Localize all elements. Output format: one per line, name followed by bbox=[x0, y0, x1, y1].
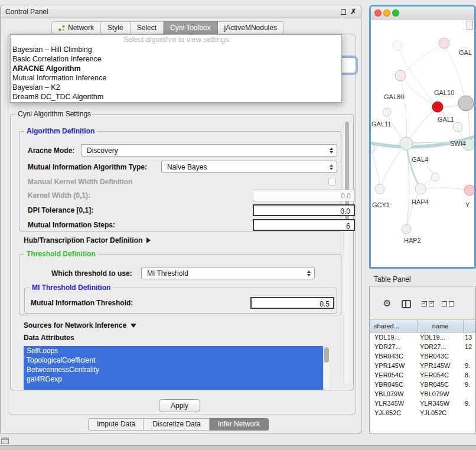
menu-item-mutual-information-inference[interactable]: Mutual Information Inference bbox=[11, 73, 341, 83]
unchecked-pair-icon[interactable] bbox=[442, 301, 454, 306]
table-cell: YBR043C bbox=[418, 351, 464, 361]
network-node-big-gray[interactable] bbox=[458, 96, 474, 111]
network-node-hap2[interactable] bbox=[402, 224, 411, 234]
attribute-item-selfloops[interactable]: SelfLoops bbox=[24, 346, 330, 356]
attributes-scrollbar[interactable] bbox=[323, 346, 330, 390]
close-traffic-light-icon[interactable] bbox=[374, 9, 382, 17]
attribute-item-gal4rgexp[interactable]: gal4RGexp bbox=[24, 374, 330, 384]
network-edge[interactable] bbox=[371, 149, 380, 189]
network-node-top-faint[interactable] bbox=[393, 41, 402, 50]
settings-group-title: Cyni Algorithm Settings bbox=[15, 110, 93, 118]
column-header-shared[interactable]: shared... bbox=[370, 320, 418, 332]
sources-disclosure[interactable]: Sources for Network Inference bbox=[24, 321, 136, 330]
attribute-item-topologicalcoefficient[interactable]: TopologicalCoefficient bbox=[24, 356, 330, 365]
menu-item-bayesian-k2[interactable]: Bayesian – K2 bbox=[11, 83, 341, 92]
network-node-label: GCY1 bbox=[372, 201, 390, 208]
network-edge[interactable] bbox=[400, 43, 444, 76]
hub-definition-disclosure[interactable]: Hub/Transcription Factor Definition bbox=[24, 236, 151, 244]
network-node-gcy1[interactable] bbox=[375, 184, 384, 194]
bottom-tab-discretize-data[interactable]: Discretize Data bbox=[144, 418, 209, 431]
table-row[interactable]: YDR27...YDR27...12 bbox=[370, 342, 475, 351]
table-row[interactable]: YJL052CYJL052C bbox=[370, 408, 475, 418]
table-row[interactable]: YDL19...YDL19...13 bbox=[370, 332, 475, 342]
network-node-label: GAL10 bbox=[434, 89, 454, 96]
network-node-label: GAL bbox=[459, 49, 472, 56]
network-edge[interactable] bbox=[400, 76, 407, 144]
table-panel-title: Table Panel bbox=[374, 275, 411, 283]
mi-type-combo[interactable]: Naive Bayes bbox=[161, 161, 337, 173]
network-edge[interactable] bbox=[420, 188, 470, 190]
menu-item-dream8-dc-tdc-algorithm[interactable]: Dream8 DC_TDC Algorithm bbox=[11, 92, 341, 102]
kernel-width-field[interactable]: 0.0 bbox=[253, 190, 355, 201]
apply-button[interactable]: Apply bbox=[159, 399, 200, 412]
column-header-3[interactable] bbox=[464, 320, 475, 332]
sources-label: Sources for Network Inference bbox=[24, 321, 126, 330]
network-node-gal-partial[interactable] bbox=[439, 38, 449, 48]
which-threshold-combo[interactable]: MI Threshold bbox=[141, 267, 315, 279]
network-node-hap4[interactable] bbox=[415, 184, 426, 194]
bottom-tab-impute-data[interactable]: Impute Data bbox=[88, 418, 144, 431]
table-row[interactable]: YBL079WYBL079W bbox=[370, 389, 475, 399]
menu-item-basic-correlation-inference[interactable]: Basic Correlation Inference bbox=[11, 54, 341, 64]
network-edge[interactable] bbox=[380, 144, 406, 189]
menu-item-bayesian-hill-climbing[interactable]: Bayesian – Hill Climbing bbox=[11, 45, 341, 54]
zoom-traffic-light-icon[interactable] bbox=[392, 9, 399, 17]
aracne-mode-combo[interactable]: Discovery bbox=[81, 144, 337, 156]
network-node-pink-right[interactable] bbox=[464, 185, 474, 195]
canvas-corner-widget[interactable] bbox=[467, 21, 473, 30]
gear-icon[interactable]: ⚙ bbox=[383, 298, 391, 309]
minimize-traffic-light-icon[interactable] bbox=[383, 9, 390, 17]
column-layout-icon[interactable] bbox=[402, 300, 411, 308]
float-window-icon[interactable] bbox=[341, 9, 346, 15]
table-cell: 13 bbox=[464, 332, 475, 342]
tab-cyni-toolbox[interactable]: Cyni Toolbox bbox=[164, 21, 217, 34]
network-node-gal1[interactable] bbox=[453, 122, 462, 132]
attribute-item-betweennesscentrality[interactable]: BetweennessCentrality bbox=[24, 365, 330, 374]
network-node-gal80[interactable] bbox=[395, 70, 406, 81]
manual-kernel-checkbox[interactable] bbox=[328, 178, 336, 185]
which-threshold-value: MI Threshold bbox=[147, 269, 188, 278]
tab-network[interactable]: Network bbox=[51, 21, 101, 34]
network-window-titlebar[interactable] bbox=[371, 6, 474, 19]
tab-style[interactable]: Style bbox=[101, 21, 131, 34]
network-edge[interactable] bbox=[406, 107, 438, 144]
table-row[interactable]: YPR145WYPR145W9. bbox=[370, 361, 475, 370]
table-panel-window: ⚙ shared...name YDL19...YDL19...13YDR27.… bbox=[369, 286, 476, 433]
tab-label: Network bbox=[68, 24, 94, 32]
disclosure-right-icon bbox=[146, 237, 151, 243]
attributes-scrollbar-thumb[interactable] bbox=[324, 347, 329, 363]
network-canvas[interactable]: GALGAL80GAL10GAL11GAL1SWI4GAL4GCY1HAP4YH… bbox=[371, 19, 474, 267]
settings-scrollbar[interactable] bbox=[344, 120, 350, 385]
network-node-gal10[interactable] bbox=[432, 102, 443, 112]
network-node-gal4[interactable] bbox=[400, 137, 413, 150]
table-cell: YBL079W bbox=[418, 389, 464, 399]
attribute-item-partial[interactable] bbox=[24, 384, 330, 390]
mi-threshold-field[interactable]: 0.5 bbox=[250, 297, 334, 309]
hub-definition-label: Hub/Transcription Factor Definition bbox=[24, 236, 142, 244]
mi-steps-field[interactable]: 6 bbox=[253, 219, 355, 231]
combo-stepper-icon bbox=[328, 161, 334, 172]
cyni-bottom-tabbar: Impute DataDiscretize DataInfer Network bbox=[88, 418, 269, 431]
table-row[interactable]: YBR045CYBR045C9. bbox=[370, 380, 475, 389]
network-node-label: GAL4 bbox=[412, 156, 428, 163]
minimized-panel-icon[interactable] bbox=[1, 438, 9, 444]
close-icon[interactable]: ✗ bbox=[350, 7, 357, 16]
table-row[interactable]: YLR345WYLR345W9. bbox=[370, 399, 475, 408]
tab-select[interactable]: Select bbox=[131, 21, 164, 34]
table-row[interactable]: YBR043CYBR043C bbox=[370, 351, 475, 361]
desktop: Control Panel ✗ NetworkStyleSelectCyni T… bbox=[0, 0, 476, 450]
tab-jactivemnodules[interactable]: jActiveMNodules bbox=[218, 21, 284, 34]
checked-pair-icon[interactable] bbox=[422, 301, 434, 306]
network-node-mid[interactable] bbox=[431, 173, 439, 181]
network-edge[interactable] bbox=[400, 76, 438, 107]
table-header-row: shared...name bbox=[370, 319, 475, 332]
bottom-tab-infer-network[interactable]: Infer Network bbox=[210, 418, 269, 431]
column-header-name[interactable]: name bbox=[418, 320, 464, 332]
table-row[interactable]: YER054CYER054C8. bbox=[370, 370, 475, 380]
table-cell: YER054C bbox=[370, 370, 418, 380]
control-panel-titlebar[interactable]: Control Panel ✗ bbox=[1, 5, 361, 18]
network-node-gal11[interactable] bbox=[383, 108, 391, 116]
dpi-tolerance-field[interactable]: 0.0 bbox=[253, 204, 355, 216]
menu-item-aracne-algorithm[interactable]: ARACNE Algorithm bbox=[11, 64, 341, 73]
mi-steps-label: Mutual Information Steps: bbox=[28, 221, 115, 229]
